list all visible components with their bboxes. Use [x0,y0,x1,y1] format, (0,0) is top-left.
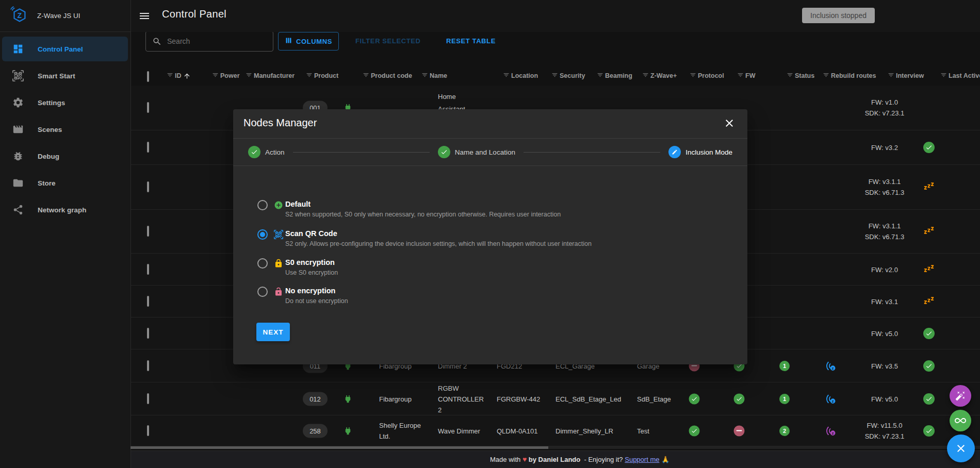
horizontal-scrollbar[interactable] [130,446,980,449]
column-header-fw[interactable]: FW [737,72,755,80]
step-inclusion-mode[interactable]: Inclusion Mode [668,146,732,158]
filter-icon[interactable] [823,72,829,80]
support-me-link[interactable]: Support me [625,456,659,463]
menu-icon[interactable] [138,10,151,24]
column-header-z-wave+[interactable]: Z-Wave+ [642,72,677,80]
filter-icon[interactable] [940,72,947,80]
sidebar-item-label: Store [38,179,56,187]
row-checkbox[interactable] [147,360,149,371]
cell-firmware: FW: v3.1.1SDK: v6.71.3 [865,221,905,242]
row-checkbox[interactable] [147,102,149,113]
filter-icon[interactable] [421,72,428,80]
column-header-status[interactable]: Status [787,72,814,80]
filter-icon[interactable] [737,72,744,80]
sidebar-item-control-panel[interactable]: Control Panel [2,37,128,61]
power-plug-icon [343,426,353,436]
node-row-012[interactable]: 012FibargroupRGBWCONTROLLER2FGRGBW-442EC… [130,382,980,415]
row-checkbox[interactable] [147,296,149,307]
node-row-258[interactable]: 258Shelly EuropeLtd.Wave DimmerQLDM-0A10… [130,415,980,446]
node-id-badge[interactable]: 012 [303,392,328,406]
radio-unselected[interactable] [257,200,268,210]
cell-product: Wave Dimmer [438,425,494,436]
inclusion-option-default[interactable]: DefaultS2 when supported, S0 only when n… [233,200,697,224]
qrcode-scan-icon [12,70,25,81]
row-checkbox[interactable] [147,226,149,237]
column-header-power[interactable]: Power [212,72,240,80]
sidebar-item-label: Scenes [38,126,62,133]
row-checkbox[interactable] [147,181,149,192]
filter-icon[interactable] [888,72,894,80]
column-header-name[interactable]: Name [421,72,447,80]
inclusion-option-no-encryption[interactable]: No encryptionDo not use encryption [233,287,697,310]
app-bar: Control Panel Inclusion stopped z i [130,0,980,32]
column-header-interview[interactable]: Interview [888,72,924,80]
footer: Made with ♥ by Daniel Lando - Enjoying i… [130,450,980,468]
sidebar-item-scenes[interactable]: Scenes [2,117,128,142]
step-check-icon [438,146,450,158]
sidebar-item-label: Debug [38,153,59,160]
fab-close-icon[interactable] [947,434,975,462]
row-checkbox[interactable] [147,425,149,436]
status-alive-icon [923,425,935,437]
columns-button-label: COLUMNS [296,38,332,45]
filter-icon[interactable] [306,72,313,80]
sidebar-item-settings[interactable]: Settings [2,90,128,115]
filter-icon[interactable] [597,72,603,80]
search-input[interactable] [166,37,261,46]
inclusion-option-scan-qr-code[interactable]: Scan QR CodeS2 only. Allows pre-configur… [233,229,697,253]
fab-magic-wand-icon[interactable] [950,385,971,407]
stepper: ActionName and LocationInclusion Mode [233,139,747,166]
column-header-last-active[interactable]: Last Active [940,72,980,80]
gear-icon [12,97,25,108]
column-header-product[interactable]: Product [306,72,338,80]
filter-icon[interactable] [690,72,696,80]
close-icon[interactable] [723,117,736,129]
filter-icon[interactable] [246,72,252,80]
scrollbar-thumb[interactable] [130,446,548,449]
nodes-manager-dialog: Nodes Manager ActionName and LocationInc… [233,109,747,364]
column-header-product-code[interactable]: Product code [363,72,412,80]
radio-unselected[interactable] [257,258,268,269]
table-header: IDPowerManufacturerProductProduct codeNa… [130,68,980,86]
row-checkbox[interactable] [147,393,149,404]
step-name-and-location[interactable]: Name and Location [438,146,515,158]
sidebar-item-network-graph[interactable]: Network graph [2,197,128,222]
sidebar-item-smart-start[interactable]: Smart Start [2,63,128,88]
step-action[interactable]: Action [248,146,285,158]
status-asleep-icon [924,295,934,308]
column-header-id[interactable]: ID [167,72,191,80]
sidebar-item-store[interactable]: Store [2,171,128,195]
radio-unselected[interactable] [257,287,268,297]
column-header-security[interactable]: Security [551,72,585,80]
zwave-logo-icon: Z [9,5,29,27]
filter-icon[interactable] [212,72,219,80]
column-header-rebuild-routes[interactable]: Rebuild routes [823,72,876,80]
inclusion-option-s0-encryption[interactable]: S0 encryptionUse S0 encryption [233,258,697,282]
column-header-protocol[interactable]: Protocol [690,72,724,80]
inclusion-status-chip[interactable]: Inclusion stopped [802,8,875,23]
column-header-location[interactable]: Location [503,72,538,80]
reset-table-button[interactable]: RESET TABLE [446,32,496,49]
row-checkbox[interactable] [147,328,149,339]
select-all-checkbox[interactable] [147,71,149,82]
cell-product-code: QLDM-0A101 [497,425,537,436]
column-header-manufacturer[interactable]: Manufacturer [246,72,295,80]
columns-button[interactable]: COLUMNS [278,32,339,51]
sidebar-item-debug[interactable]: Debug [2,144,128,169]
filter-icon[interactable] [167,72,173,80]
close-icon [955,442,967,455]
filter-icon[interactable] [363,72,369,80]
filter-selected-button[interactable]: FILTER SELECTED [355,32,420,49]
filter-icon[interactable] [787,72,793,80]
column-header-beaming[interactable]: Beaming [597,72,632,80]
filter-icon[interactable] [503,72,510,80]
radio-selected[interactable] [257,229,268,240]
filter-icon[interactable] [551,72,558,80]
row-checkbox[interactable] [147,142,149,153]
row-checkbox[interactable] [147,264,149,275]
next-button[interactable]: NEXT [256,323,290,341]
filter-icon[interactable] [642,72,649,80]
node-id-badge[interactable]: 258 [303,424,328,438]
fab-infinity-icon[interactable] [950,410,971,431]
sort-asc-icon [183,72,191,80]
